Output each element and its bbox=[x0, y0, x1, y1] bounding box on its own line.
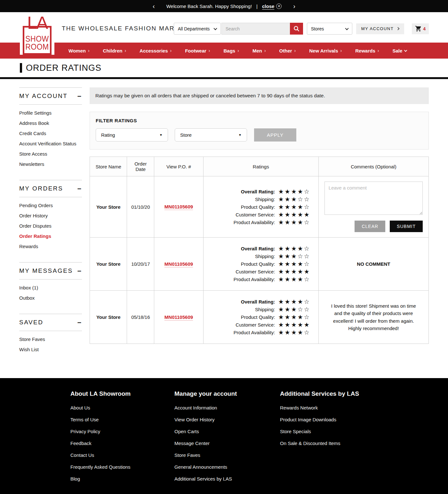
my-account-button[interactable]: MY ACCOUNT bbox=[356, 23, 404, 34]
nav-item-children[interactable]: Children› bbox=[96, 43, 133, 59]
nav-item-sale[interactable]: Sale bbox=[386, 43, 413, 59]
star-icon[interactable]: ★ bbox=[278, 219, 284, 225]
sidebar-item-address-book[interactable]: Address Book bbox=[19, 120, 82, 126]
star-icon[interactable]: ★ bbox=[285, 219, 290, 225]
sidebar-section-header-my-messages[interactable]: MY MESSAGES – bbox=[19, 263, 82, 279]
close-icon[interactable]: ✕ bbox=[276, 4, 282, 9]
footer-link-store-faves[interactable]: Store Faves bbox=[174, 452, 280, 458]
comment-textarea[interactable] bbox=[324, 182, 423, 215]
nav-item-women[interactable]: Women› bbox=[62, 43, 96, 59]
footer-link-feedback[interactable]: Feedback bbox=[70, 441, 174, 446]
footer-link-terms-of-use[interactable]: Terms of Use bbox=[70, 417, 174, 422]
footer-link-account-information[interactable]: Account Information bbox=[174, 405, 280, 410]
star-icon[interactable]: ★ bbox=[291, 196, 297, 202]
star-icon[interactable]: ★ bbox=[278, 204, 284, 210]
star-icon[interactable]: ★ bbox=[291, 189, 297, 195]
apply-button[interactable]: APPLY bbox=[254, 128, 296, 142]
rating-filter-dropdown[interactable]: Rating ▼ bbox=[96, 128, 168, 142]
announcement-close-button[interactable]: close ✕ bbox=[262, 4, 282, 9]
sidebar-item-order-disputes[interactable]: Order Disputes bbox=[19, 223, 82, 229]
announcement-prev-icon[interactable]: ‹ bbox=[150, 3, 157, 9]
star-icon[interactable]: ★ bbox=[285, 189, 290, 195]
nav-item-bags[interactable]: Bags› bbox=[217, 43, 246, 59]
brand-logo[interactable]: LA SHOW ROOM bbox=[20, 14, 54, 55]
nav-item-rewards[interactable]: Rewards› bbox=[348, 43, 386, 59]
sidebar-item-newsletters[interactable]: Newsletters bbox=[19, 161, 82, 167]
star-icon[interactable]: ★ bbox=[298, 219, 303, 225]
comments-cell: I loved this store! Shipment was on time… bbox=[318, 291, 428, 344]
search-input[interactable] bbox=[221, 23, 290, 35]
sidebar-item-order-ratings[interactable]: Order Ratings bbox=[19, 233, 82, 239]
star-icon[interactable]: ☆ bbox=[304, 219, 309, 225]
clear-button[interactable]: CLEAR bbox=[355, 221, 385, 232]
star-rating[interactable]: ★★★★☆ bbox=[278, 204, 309, 210]
departments-dropdown[interactable]: All Departments bbox=[174, 23, 221, 35]
sidebar-item-pending-orders[interactable]: Pending Orders bbox=[19, 203, 82, 208]
star-icon[interactable]: ★ bbox=[298, 189, 303, 195]
po-number-link[interactable]: MN01105609 bbox=[164, 261, 193, 267]
footer-link-additional-services[interactable]: Additional Services by LAS bbox=[174, 476, 280, 482]
po-number-link[interactable]: MN01105609 bbox=[164, 204, 193, 209]
sidebar-item-account-verification-status[interactable]: Account Verification Status bbox=[19, 141, 82, 146]
star-icon[interactable]: ★ bbox=[278, 212, 284, 218]
sidebar-item-wish-list[interactable]: Wish List bbox=[19, 347, 82, 352]
sidebar-item-order-history[interactable]: Order History bbox=[19, 213, 82, 218]
po-number-link[interactable]: MN01105609 bbox=[164, 314, 193, 320]
star-icon[interactable]: ★ bbox=[298, 204, 303, 210]
star-icon[interactable]: ★ bbox=[285, 212, 290, 218]
sidebar-item-inbox[interactable]: Inbox (1) bbox=[19, 285, 82, 290]
cart-button[interactable]: 4 bbox=[412, 23, 429, 34]
star-icon[interactable]: ★ bbox=[278, 189, 284, 195]
sidebar-item-rewards[interactable]: Rewards bbox=[19, 244, 82, 249]
star-icon[interactable]: ★ bbox=[304, 212, 309, 218]
sidebar-section-header-my-orders[interactable]: MY ORDERS – bbox=[19, 180, 82, 197]
footer-link-rewards-network[interactable]: Rewards Network bbox=[280, 405, 408, 410]
sidebar-section-header-my-account[interactable]: MY ACCOUNT – bbox=[19, 88, 82, 104]
footer-link-message-center[interactable]: Message Center bbox=[174, 441, 280, 446]
star-icon[interactable]: ★ bbox=[291, 219, 297, 225]
star-rating[interactable]: ★★★★★ bbox=[278, 212, 309, 218]
footer-link-open-carts[interactable]: Open Carts bbox=[174, 429, 280, 434]
star-icon: ☆ bbox=[304, 306, 309, 312]
footer-link-about-us[interactable]: About Us bbox=[70, 405, 174, 410]
nav-item-footwear[interactable]: Footwear› bbox=[178, 43, 217, 59]
close-label[interactable]: close bbox=[262, 4, 274, 9]
footer-link-privacy-policy[interactable]: Privacy Policy bbox=[70, 429, 174, 434]
sidebar-item-profile-settings[interactable]: Profile Settings bbox=[19, 110, 82, 116]
star-icon[interactable]: ★ bbox=[278, 196, 284, 202]
nav-item-new-arrivals[interactable]: New Arrivals› bbox=[302, 43, 348, 59]
star-icon[interactable]: ☆ bbox=[304, 189, 309, 195]
announcement-next-icon[interactable]: › bbox=[291, 3, 298, 9]
sidebar-item-credit-cards[interactable]: Credit Cards bbox=[19, 131, 82, 136]
sidebar-item-store-access[interactable]: Store Access bbox=[19, 151, 82, 157]
star-icon[interactable]: ☆ bbox=[304, 196, 309, 202]
star-rating[interactable]: ★★★☆☆ bbox=[278, 196, 309, 202]
footer-link-blog[interactable]: Blog bbox=[70, 476, 174, 482]
star-rating[interactable]: ★★★★☆ bbox=[278, 219, 309, 225]
footer-link-product-image-downloads[interactable]: Product Image Downloads bbox=[280, 417, 408, 422]
footer-link-store-specials[interactable]: Store Specials bbox=[280, 429, 408, 434]
stores-dropdown[interactable]: Stores bbox=[307, 23, 352, 35]
star-icon[interactable]: ★ bbox=[298, 212, 303, 218]
star-icon[interactable]: ★ bbox=[285, 204, 290, 210]
footer-link-view-order-history[interactable]: View Order History bbox=[174, 417, 280, 422]
nav-item-other[interactable]: Other› bbox=[273, 43, 303, 59]
footer-link-general-announcements[interactable]: General Announcements bbox=[174, 464, 280, 470]
footer-link-faq[interactable]: Frequently Asked Questions bbox=[70, 464, 174, 470]
star-icon[interactable]: ☆ bbox=[304, 204, 309, 210]
star-icon[interactable]: ☆ bbox=[298, 196, 303, 202]
footer-link-contact-us[interactable]: Contact Us bbox=[70, 452, 174, 458]
submit-button[interactable]: SUBMIT bbox=[390, 221, 423, 232]
nav-item-men[interactable]: Men› bbox=[246, 43, 273, 59]
sidebar-section-header-saved[interactable]: SAVED – bbox=[19, 314, 82, 331]
nav-item-accessories[interactable]: Accessories› bbox=[133, 43, 178, 59]
sidebar-item-outbox[interactable]: Outbox bbox=[19, 295, 82, 301]
star-icon[interactable]: ★ bbox=[285, 196, 290, 202]
star-rating[interactable]: ★★★★☆ bbox=[278, 189, 309, 195]
star-icon[interactable]: ★ bbox=[291, 204, 297, 210]
footer-link-on-sale-discounted[interactable]: On Sale & Discounted Items bbox=[280, 441, 408, 446]
store-filter-dropdown[interactable]: Store ▼ bbox=[175, 128, 247, 142]
search-button[interactable] bbox=[290, 23, 303, 35]
sidebar-item-store-faves[interactable]: Store Faves bbox=[19, 336, 82, 342]
star-icon[interactable]: ★ bbox=[291, 212, 297, 218]
